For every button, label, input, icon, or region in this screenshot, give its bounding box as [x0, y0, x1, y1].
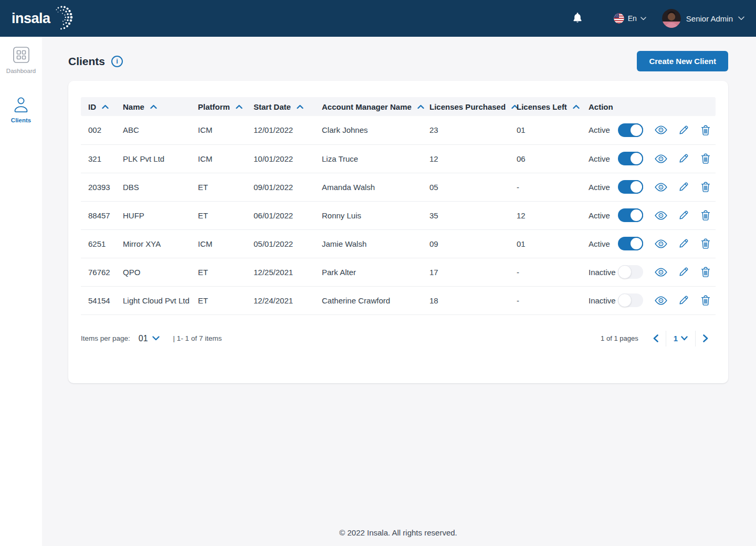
items-per-page-select[interactable]: 01 — [139, 334, 160, 343]
column-header-name[interactable]: Name — [119, 97, 194, 116]
edit-icon[interactable] — [677, 124, 689, 136]
sidebar-item-dashboard[interactable]: Dashboard — [0, 37, 42, 74]
cell-licenses-purchased: 23 — [425, 116, 512, 144]
cell-start-date: 09/01/2022 — [249, 173, 318, 201]
page-title: Clients — [68, 55, 105, 68]
table-body: 002 ABC ICM 12/01/2022 Clark Johnes 23 0… — [81, 116, 716, 314]
clients-icon — [12, 96, 30, 113]
cell-licenses-left: 06 — [512, 144, 584, 173]
delete-icon[interactable] — [699, 209, 711, 222]
view-icon[interactable] — [655, 152, 667, 165]
delete-icon[interactable] — [699, 266, 711, 278]
column-header-id[interactable]: ID — [81, 97, 119, 116]
cell-start-date: 12/25/2021 — [249, 258, 318, 286]
view-icon[interactable] — [655, 294, 667, 307]
pagination-bar: Items per page: 01 | 1- 1 of 7 items 1 o… — [81, 331, 716, 346]
edit-icon[interactable] — [677, 266, 689, 278]
language-selector[interactable]: En — [614, 13, 646, 24]
table-row: 54154 Light Cloud Pvt Ltd ET 12/24/2021 … — [81, 286, 716, 314]
column-header-licenses-left[interactable]: Licenses Left — [512, 97, 584, 116]
brand-logo[interactable]: insala — [12, 5, 73, 32]
cell-id: 76762 — [81, 258, 119, 286]
sort-ascending-icon — [573, 104, 580, 109]
chevron-left-icon — [653, 334, 658, 342]
status-label: Active — [589, 183, 618, 192]
create-new-client-button[interactable]: Create New Client — [637, 51, 728, 71]
cell-action: Active — [584, 144, 716, 173]
cell-account-manager: Amanda Walsh — [318, 173, 425, 201]
delete-icon[interactable] — [699, 181, 711, 193]
cell-id: 54154 — [81, 286, 119, 314]
brand-text: insala — [12, 12, 50, 26]
cell-name: ABC — [119, 116, 194, 144]
toggle-knob — [629, 123, 643, 137]
pager-controls: 1 — [646, 331, 716, 346]
delete-icon[interactable] — [699, 124, 711, 136]
delete-icon[interactable] — [699, 237, 711, 250]
view-icon[interactable] — [655, 181, 667, 193]
edit-icon[interactable] — [677, 237, 689, 250]
column-header-account-manager[interactable]: Account Manager Name — [318, 97, 425, 116]
cell-action: Inactive — [584, 286, 716, 314]
sidebar: Dashboard Clients — [0, 37, 42, 546]
cell-licenses-left: 01 — [512, 116, 584, 144]
status-toggle[interactable] — [618, 293, 643, 307]
view-icon[interactable] — [655, 266, 667, 278]
topbar: insala — [0, 0, 756, 37]
status-label: Active — [589, 125, 618, 134]
cell-platform: ET — [194, 173, 249, 201]
user-menu[interactable]: Senior Admin — [662, 9, 744, 28]
table-row: 002 ABC ICM 12/01/2022 Clark Johnes 23 0… — [81, 116, 716, 144]
cell-start-date: 12/01/2022 — [249, 116, 318, 144]
edit-icon[interactable] — [677, 152, 689, 165]
status-toggle[interactable] — [618, 265, 643, 279]
view-icon[interactable] — [655, 209, 667, 222]
cell-start-date: 05/01/2022 — [249, 229, 318, 258]
sort-ascending-icon — [236, 104, 243, 109]
toggle-knob — [629, 180, 643, 194]
delete-icon[interactable] — [699, 294, 711, 307]
previous-page-button[interactable] — [646, 331, 666, 346]
edit-icon[interactable] — [677, 181, 689, 193]
status-label: Active — [589, 154, 618, 163]
language-label: En — [628, 14, 637, 23]
cell-licenses-purchased: 05 — [425, 173, 512, 201]
brand-starburst-icon — [51, 4, 73, 32]
status-toggle[interactable] — [618, 180, 643, 194]
cell-platform: ET — [194, 258, 249, 286]
view-icon[interactable] — [655, 237, 667, 250]
cell-action: Active — [584, 229, 716, 258]
cell-licenses-left: 12 — [512, 201, 584, 229]
info-icon[interactable]: i — [111, 56, 123, 67]
cell-name: DBS — [119, 173, 194, 201]
edit-icon[interactable] — [677, 294, 689, 307]
us-flag-icon — [614, 13, 624, 24]
avatar — [662, 9, 681, 28]
edit-icon[interactable] — [677, 209, 689, 222]
column-header-platform[interactable]: Platform — [194, 97, 249, 116]
cell-action: Active — [584, 201, 716, 229]
status-label: Inactive — [589, 296, 618, 305]
cell-start-date: 10/01/2022 — [249, 144, 318, 173]
chevron-down-icon — [738, 16, 744, 20]
delete-icon[interactable] — [699, 152, 711, 165]
status-toggle[interactable] — [618, 208, 643, 222]
view-icon[interactable] — [655, 124, 667, 136]
table-row: 76762 QPO ET 12/25/2021 Park Alter 17 - … — [81, 258, 716, 286]
current-page-select[interactable]: 1 — [666, 331, 695, 346]
column-header-start-date[interactable]: Start Date — [249, 97, 318, 116]
cell-licenses-purchased: 17 — [425, 258, 512, 286]
toggle-knob — [618, 265, 632, 279]
status-toggle[interactable] — [618, 237, 643, 250]
page-header: Clients i Create New Client — [68, 51, 728, 71]
cell-platform: ET — [194, 286, 249, 314]
sidebar-item-clients[interactable]: Clients — [0, 87, 42, 123]
dashboard-icon — [13, 46, 30, 64]
notifications-bell-icon[interactable] — [571, 12, 584, 25]
next-page-button[interactable] — [695, 331, 716, 346]
status-toggle[interactable] — [618, 123, 643, 137]
column-header-licenses-purchased[interactable]: Licenses Purchased — [425, 97, 512, 116]
cell-platform: ICM — [194, 116, 249, 144]
status-toggle[interactable] — [618, 152, 643, 165]
sort-ascending-icon — [150, 104, 157, 109]
